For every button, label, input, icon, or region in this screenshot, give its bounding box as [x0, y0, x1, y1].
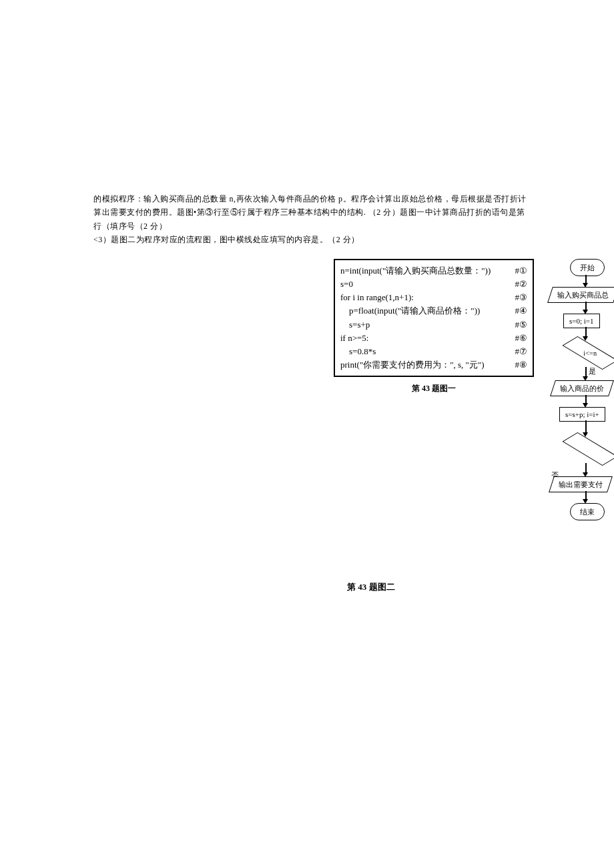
figure-1-caption: 第 43 题图一	[334, 382, 534, 394]
flow-input-p: 输入商品的价	[550, 380, 614, 396]
code-line-6: if n>=5:#⑥	[340, 332, 527, 345]
code-line-8: print("你需要支付的费用为：", s, "元")#⑧	[340, 358, 527, 372]
code-box: n=int(input("请输入购买商品总数量："))#① s=0#② for …	[334, 259, 534, 377]
para-line-4: <3）题图二为程序对应的流程图，图中横线处应填写的内容是。（2 分）	[93, 233, 574, 246]
para-line-2: 算出需要支付的费用。题图•第③行至⑤行属于程序三种基本结构中的结构. （2 分）…	[93, 205, 574, 219]
code-line-5: s=s+p#⑤	[340, 318, 527, 332]
flow-yes-label: 是	[589, 366, 596, 377]
flow-output: 输出需要支付	[549, 476, 613, 492]
code-line-2: s=0#②	[340, 278, 527, 291]
code-line-3: for i in range(1,n+1):#③	[340, 291, 527, 304]
figure-2-caption: 第 43 题图二	[347, 580, 395, 594]
flow-input-n: 输入购买商品总	[547, 287, 614, 303]
flow-decision-blank	[562, 432, 614, 466]
code-line-4: p=float(input("请输入商品价格："))#④	[340, 304, 527, 318]
figure-2-flowchart: 开始 输入购买商品总 s=0; i=1 i<=n 是 输入商品的价 s=	[550, 259, 614, 566]
code-line-1: n=int(input("请输入购买商品总数量："))#①	[340, 264, 527, 278]
flow-step: s=s+p; i=i+	[559, 407, 605, 422]
figure-1: n=int(input("请输入购买商品总数量："))#① s=0#② for …	[334, 259, 534, 394]
para-line-1: 的模拟程序：输入购买商品的总数量 n,再依次输入每件商品的价格 p。程序会计算出…	[93, 192, 574, 205]
flow-decision-loop: i<=n	[562, 336, 614, 370]
question-text: 的模拟程序：输入购买商品的总数量 n,再依次输入每件商品的价格 p。程序会计算出…	[93, 192, 574, 247]
para-line-3: 行（填序号（2 分）	[93, 220, 574, 233]
flow-end: 结束	[570, 503, 605, 520]
flow-init: s=0; i=1	[563, 314, 600, 328]
code-line-7: s=0.8*s#⑦	[340, 345, 527, 358]
flow-start: 开始	[570, 259, 605, 276]
